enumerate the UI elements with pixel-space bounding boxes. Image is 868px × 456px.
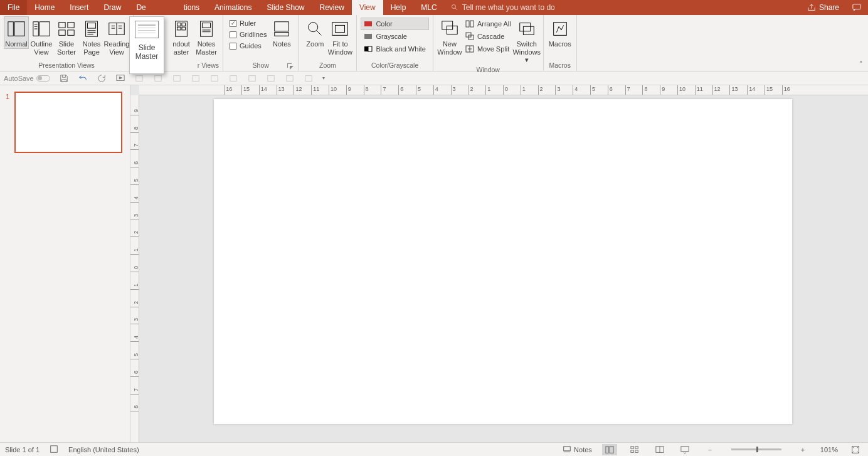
slide-master-icon [135,21,159,38]
qat-item-8[interactable] [266,73,276,83]
guides-checkbox[interactable]: Guides [227,40,269,51]
accessibility-icon[interactable] [50,445,58,455]
svg-point-22 [309,23,318,32]
tab-review[interactable]: Review [312,0,352,15]
normal-view-status-button[interactable] [602,444,617,455]
svg-rect-46 [248,75,255,81]
qat-item-1[interactable] [134,73,144,83]
notes-master-button[interactable]: Notes Master [194,16,219,56]
tab-view[interactable]: View [352,0,383,15]
undo-button[interactable] [78,73,88,83]
qat-item-2[interactable] [153,73,163,83]
reading-view-status-button[interactable] [652,444,667,455]
svg-rect-42 [173,75,180,81]
tab-file[interactable]: File [0,0,27,15]
collapse-ribbon-button[interactable]: ˄ [859,60,863,68]
slide-counter[interactable]: Slide 1 of 1 [5,446,40,453]
zoom-button[interactable]: Zoom [302,16,327,49]
autosave-toggle[interactable]: AutoSave [4,75,50,82]
customize-qat-button[interactable]: ▾ [322,75,325,81]
group-label-presentation-views: Presentation Views [4,60,129,71]
language-indicator[interactable]: English (United States) [68,446,139,453]
fit-icon [851,445,860,454]
notes-toggle[interactable]: Notes [563,445,592,454]
gridlines-checkbox[interactable]: Gridlines [227,29,269,40]
qat-item-4[interactable] [191,73,201,83]
qat-item-6[interactable] [228,73,238,83]
notes-button[interactable]: Notes [269,16,294,49]
svg-rect-31 [466,21,469,27]
tell-me-search[interactable]: Tell me what you want to do [451,0,555,15]
sorter-view-status-button[interactable] [627,444,642,455]
slide-master-button[interactable]: SlideMaster [129,16,164,74]
zoom-level[interactable]: 101% [820,446,838,453]
arrange-all-button[interactable]: Arrange All [462,18,514,30]
qat-item-7[interactable] [247,73,257,83]
comments-button[interactable] [845,0,868,15]
qat-item-9[interactable] [285,73,295,83]
svg-rect-44 [211,75,218,81]
macros-button[interactable]: Macros [548,16,573,49]
checkbox-icon [230,43,236,50]
svg-rect-23 [332,23,347,36]
outline-view-button[interactable]: Outline View [29,16,54,56]
normal-view-button[interactable]: Normal [4,16,29,49]
slide-number: 1 [6,93,9,100]
zoom-in-button[interactable]: + [795,444,810,455]
svg-rect-57 [635,450,638,452]
slide-thumbnail-pane[interactable]: 1 [0,85,130,442]
svg-rect-47 [267,75,274,81]
cascade-button[interactable]: Cascade [462,30,514,43]
move-split-button[interactable]: Move Split [462,43,514,55]
zoom-slider[interactable] [731,448,781,450]
tab-insert[interactable]: Insert [62,0,96,15]
qat-item-10[interactable] [304,73,314,83]
slideshow-status-button[interactable] [677,444,692,455]
tab-animations[interactable]: Animations [207,0,259,15]
tab-design[interactable]: De [129,0,153,15]
slide-sorter-button[interactable]: Slide Sorter [54,16,79,56]
switch-windows-button[interactable]: Switch Windows ▾ [514,16,539,65]
horizontal-ruler[interactable]: 1615141312111098765432101234567891011121… [139,85,868,95]
svg-rect-32 [470,21,474,27]
comment-icon [852,3,862,12]
group-color-grayscale: Color Grayscale Black and White Color/Gr… [357,15,433,71]
generic-icon [248,74,257,83]
cascade-icon [465,32,474,41]
qat-item-5[interactable] [209,73,220,83]
reading-view-button[interactable]: Reading View [104,16,129,56]
handout-master-icon [171,19,191,39]
svg-rect-36 [519,23,530,31]
zoom-out-button[interactable]: − [702,444,717,455]
svg-rect-7 [68,23,74,28]
tab-mlc[interactable]: MLC [413,0,444,15]
fit-to-window-button[interactable]: Fit to Window [327,16,352,56]
redo-button[interactable] [97,73,107,83]
black-white-button[interactable]: Black and White [361,43,428,55]
ruler-checkbox[interactable]: Ruler [227,18,269,29]
dialog-launcher-icon[interactable] [287,63,293,69]
tab-help[interactable]: Help [383,0,414,15]
grayscale-button[interactable]: Grayscale [361,30,428,43]
qat-item-3[interactable] [172,73,182,83]
tab-draw[interactable]: Draw [96,0,129,15]
fit-to-window-status-button[interactable] [848,444,863,455]
share-button[interactable]: Share [801,0,845,15]
tab-home[interactable]: Home [27,0,62,15]
slide-thumbnail-1[interactable]: 1 [8,92,122,153]
svg-rect-5 [40,22,50,36]
save-button[interactable] [59,73,69,83]
slide-stage[interactable] [139,95,868,442]
slide-canvas[interactable] [214,99,792,424]
tab-transitions[interactable]: tions [154,0,207,15]
notes-page-button[interactable]: Notes Page [79,16,104,56]
start-from-beginning-button[interactable] [115,73,125,83]
tab-slideshow[interactable]: Slide Show [259,0,312,15]
handout-master-button[interactable]: ndout aster [169,16,194,56]
notes-icon [272,19,292,39]
vertical-ruler[interactable]: 987654321012345678 [130,95,139,442]
checkbox-icon [230,20,236,27]
color-button[interactable]: Color [361,18,428,30]
new-window-button[interactable]: New Window [437,16,462,56]
notes-master-icon [196,19,216,39]
